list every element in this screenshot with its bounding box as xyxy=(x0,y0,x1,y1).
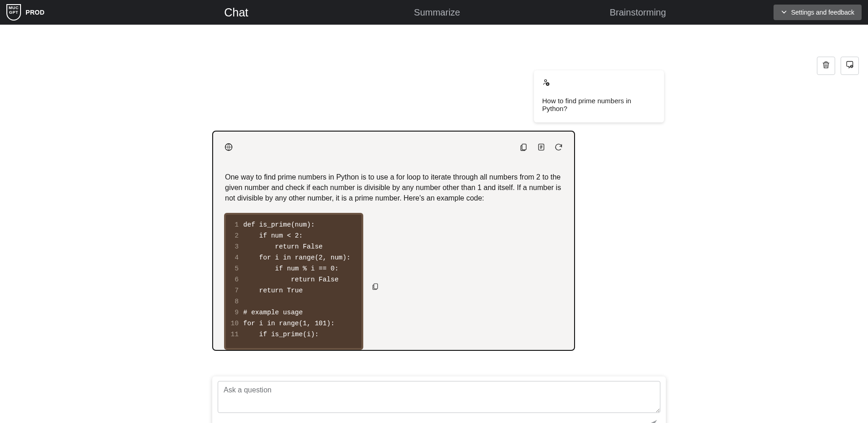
copy-code-button[interactable] xyxy=(371,282,380,292)
svg-rect-4 xyxy=(522,144,526,150)
code-line: 10for i in range(1, 101): xyxy=(229,318,357,329)
refresh-icon xyxy=(554,143,563,153)
copy-icon xyxy=(519,143,528,153)
code-line: 1def is_prime(num): xyxy=(229,219,357,230)
conversation-settings-button[interactable] xyxy=(841,57,859,75)
assistant-header xyxy=(224,143,563,153)
user-message-text: How to find prime numbers in Python? xyxy=(542,97,656,112)
code-line: 6 return False xyxy=(229,274,357,285)
code-line: 9# example usage xyxy=(229,307,357,318)
regenerate-button[interactable] xyxy=(554,143,563,153)
format-icon xyxy=(537,143,546,153)
code-line: 7 return True xyxy=(229,285,357,296)
code-line: 8 xyxy=(229,296,357,307)
nav-tabs: Chat Summarize Brainstorming xyxy=(136,0,774,25)
copy-code-icon xyxy=(371,284,380,292)
question-input[interactable] xyxy=(218,381,660,413)
code-block-wrapper: 1def is_prime(num): 2 if num < 2: 3 retu… xyxy=(224,213,363,350)
input-panel: 205/ 4000 Token used xyxy=(212,376,666,423)
copy-answer-button[interactable] xyxy=(519,143,528,153)
code-line: 2 if num < 2: xyxy=(229,230,357,241)
input-footer: 205/ 4000 Token used xyxy=(218,417,660,423)
svg-point-1 xyxy=(544,79,547,82)
delete-chat-button[interactable] xyxy=(817,57,835,75)
code-line: 4 for i in range(2, num): xyxy=(229,252,357,263)
code-line: 11 if is_prime(i): xyxy=(229,329,357,340)
code-line: 3 return False xyxy=(229,241,357,252)
code-line: 5 if num % i == 0: xyxy=(229,263,357,274)
svg-rect-6 xyxy=(374,284,377,289)
tab-brainstorming[interactable]: Brainstorming xyxy=(538,0,738,25)
trash-icon xyxy=(821,60,831,71)
logo-text-line2: GPT xyxy=(9,10,18,15)
send-button[interactable] xyxy=(645,417,660,423)
logo-text-line1: MUC xyxy=(9,5,19,10)
code-block: 1def is_prime(num): 2 if num < 2: 3 retu… xyxy=(224,213,363,350)
format-answer-button[interactable] xyxy=(537,143,546,153)
env-label: PROD xyxy=(26,9,45,16)
assistant-logo-icon xyxy=(224,143,233,153)
assistant-answer-text: One way to find prime numbers in Python … xyxy=(224,172,563,204)
assistant-actions xyxy=(519,143,563,153)
main-area: How to find prime numbers in Python? xyxy=(0,25,868,423)
app-header: MUC GPT PROD Chat Summarize Brainstormin… xyxy=(0,0,868,25)
user-message-bubble: How to find prime numbers in Python? xyxy=(534,70,664,122)
chevron-down-icon xyxy=(781,9,787,16)
tab-summarize[interactable]: Summarize xyxy=(337,0,538,25)
app-logo: MUC GPT xyxy=(6,4,21,21)
chat-gear-icon xyxy=(845,60,854,71)
settings-feedback-button[interactable]: Settings and feedback xyxy=(774,5,862,20)
user-avatar-icon xyxy=(542,79,656,89)
settings-button-label: Settings and feedback xyxy=(791,9,854,16)
assistant-message-card: One way to find prime numbers in Python … xyxy=(212,131,575,351)
tab-chat[interactable]: Chat xyxy=(136,0,337,25)
top-actions xyxy=(817,57,859,75)
